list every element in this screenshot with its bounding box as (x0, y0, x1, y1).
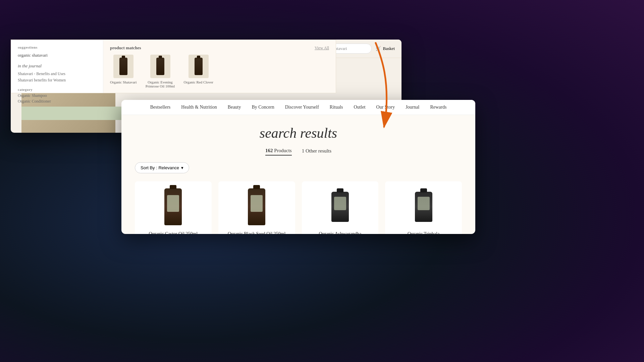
product-match-img-3 (189, 55, 209, 78)
product-image-4 (407, 187, 440, 227)
product-match-1[interactable]: Organic Shatavari (110, 55, 137, 88)
product-matches-grid: Organic Shatavari Organic Evening Primro… (110, 55, 329, 88)
main-nav: Bestsellers Health & Nutrition Beauty By… (121, 100, 475, 115)
page-title: search results (135, 125, 462, 141)
journal-link-2[interactable]: Shatavari benefits for Women (18, 77, 96, 83)
nav-by-concern[interactable]: By Concern (252, 105, 274, 110)
product-match-name-1: Organic Shatavari (110, 80, 137, 84)
product-match-3[interactable]: Organic Red Clover (184, 55, 213, 88)
basket-icon: 🛒 (376, 46, 381, 51)
nav-health-nutrition[interactable]: Health & Nutrition (181, 105, 217, 110)
basket-button[interactable]: 🛒 Basket (376, 46, 395, 51)
product-match-img-2 (150, 55, 170, 78)
other-label: Other results (306, 148, 331, 154)
product-card-1[interactable]: Organic Castor Oil 250ml £ 9.95 ★ ★ ★ ★ … (135, 181, 212, 234)
product-name-1: Organic Castor Oil 250ml (149, 231, 198, 234)
product-image-2 (240, 187, 273, 227)
nav-beauty[interactable]: Beauty (228, 105, 241, 110)
nav-journal[interactable]: Journal (406, 105, 419, 110)
products-grid: Organic Castor Oil 250ml £ 9.95 ★ ★ ★ ★ … (135, 181, 462, 234)
products-count: 162 (265, 148, 273, 153)
nav-rituals[interactable]: Rituals (330, 105, 343, 110)
nav-outlet[interactable]: Outlet (354, 105, 366, 110)
product-name-2: Organic Black Seed Oil 250ml (228, 231, 285, 234)
view-all-link[interactable]: View All (315, 46, 329, 51)
other-count: 1 (302, 148, 305, 154)
tab-products[interactable]: 162 Products (265, 148, 292, 156)
product-name-4: Organic Triphala (408, 231, 439, 234)
sort-bar: Sort By : Relevance ▾ (135, 162, 462, 173)
category-section-title: category (18, 87, 96, 92)
product-card-4[interactable]: Organic Triphala £ 15.00 ★ ★ ★ ★ ★ (115) (385, 181, 462, 234)
product-card-2[interactable]: Organic Black Seed Oil 250ml £ 24.00 ★ ★… (218, 181, 295, 234)
chevron-down-icon: ▾ (181, 165, 183, 170)
product-image-3 (323, 187, 357, 227)
tab-other-results[interactable]: 1 Other results (302, 148, 331, 155)
results-tabs: 162 Products 1 Other results (135, 148, 462, 156)
product-matches-header: product matches View All (110, 45, 329, 51)
products-label: Products (274, 148, 292, 153)
journal-link-1[interactable]: Shatavari - Benefits and Uses (18, 71, 96, 77)
product-match-2[interactable]: Organic Evening Primrose Oil 100ml (144, 55, 177, 88)
suggestions-title: suggestions (18, 45, 96, 49)
journal-section-title: in the journal (18, 63, 96, 69)
nav-bestsellers[interactable]: Bestsellers (150, 105, 171, 110)
main-window: Bestsellers Health & Nutrition Beauty By… (121, 100, 475, 234)
nav-rewards[interactable]: Rewards (430, 105, 446, 110)
search-results-content: search results 162 Products 1 Other resu… (121, 115, 475, 234)
product-image-1 (156, 187, 190, 227)
product-card-3[interactable]: Organic Ashwagandha £ 14.00 ★ ★ ★ ★ ★ (2… (302, 181, 379, 234)
nav-discover-yourself[interactable]: Discover Yourself (285, 105, 319, 110)
category-link-2[interactable]: Organic Conditioner (18, 99, 96, 104)
product-name-3: Organic Ashwagandha (319, 231, 361, 234)
suggestion-item[interactable]: organic shatavari (18, 52, 96, 59)
product-match-img-1 (113, 55, 133, 78)
dropdown-right-panel: product matches View All Organic Shatava… (103, 40, 336, 93)
dropdown-left-panel: suggestions organic shatavari in the jou… (11, 40, 103, 93)
product-match-name-3: Organic Red Clover (184, 80, 213, 84)
nav-our-story[interactable]: Our Story (376, 105, 395, 110)
search-dropdown: suggestions organic shatavari in the jou… (11, 40, 336, 93)
sort-button[interactable]: Sort By : Relevance ▾ (135, 162, 189, 173)
category-link-1[interactable]: Organic Shampoo (18, 93, 96, 99)
product-match-name-2: Organic Evening Primrose Oil 100ml (144, 80, 177, 88)
product-matches-title: product matches (110, 45, 141, 51)
